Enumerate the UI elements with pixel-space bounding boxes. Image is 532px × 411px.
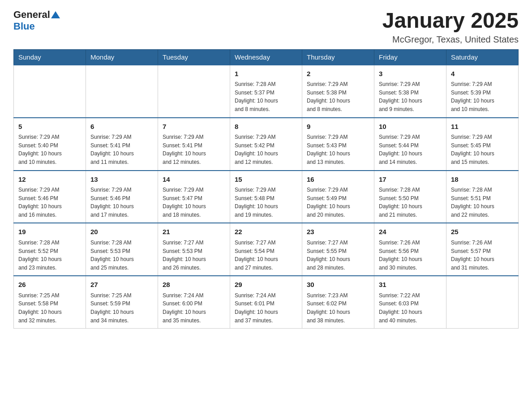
day-number: 15 <box>235 175 297 185</box>
calendar-cell: 12Sunrise: 7:29 AMSunset: 5:46 PMDayligh… <box>14 171 86 223</box>
calendar-cell: 4Sunrise: 7:29 AMSunset: 5:39 PMDaylight… <box>446 65 519 118</box>
day-number: 25 <box>451 227 514 237</box>
calendar-cell: 10Sunrise: 7:29 AMSunset: 5:44 PMDayligh… <box>374 118 446 171</box>
logo-general: General <box>13 9 50 21</box>
day-info: Sunrise: 7:29 AMSunset: 5:39 PMDaylight:… <box>451 80 514 113</box>
title-section: January 2025 McGregor, Texas, United Sta… <box>382 9 519 45</box>
day-info: Sunrise: 7:28 AMSunset: 5:52 PMDaylight:… <box>18 239 81 272</box>
day-info: Sunrise: 7:29 AMSunset: 5:38 PMDaylight:… <box>379 80 442 113</box>
day-number: 10 <box>379 122 442 132</box>
calendar-cell: 17Sunrise: 7:28 AMSunset: 5:50 PMDayligh… <box>374 171 446 223</box>
svg-marker-0 <box>51 11 60 18</box>
calendar-cell: 13Sunrise: 7:29 AMSunset: 5:46 PMDayligh… <box>86 171 158 223</box>
calendar-cell: 16Sunrise: 7:29 AMSunset: 5:49 PMDayligh… <box>302 171 374 223</box>
day-info: Sunrise: 7:29 AMSunset: 5:44 PMDaylight:… <box>379 133 442 166</box>
calendar-cell: 15Sunrise: 7:29 AMSunset: 5:48 PMDayligh… <box>230 171 302 223</box>
day-number: 6 <box>90 122 153 132</box>
weekday-header-friday: Friday <box>374 49 446 65</box>
day-info: Sunrise: 7:29 AMSunset: 5:46 PMDaylight:… <box>18 186 81 219</box>
calendar-cell: 29Sunrise: 7:24 AMSunset: 6:01 PMDayligh… <box>230 276 302 328</box>
calendar-cell: 3Sunrise: 7:29 AMSunset: 5:38 PMDaylight… <box>374 65 446 118</box>
calendar-cell <box>86 65 158 118</box>
weekday-header-sunday: Sunday <box>14 49 86 65</box>
day-number: 22 <box>235 227 297 237</box>
day-number: 16 <box>307 175 369 185</box>
day-number: 18 <box>451 175 514 185</box>
calendar-cell: 11Sunrise: 7:29 AMSunset: 5:45 PMDayligh… <box>446 118 519 171</box>
day-info: Sunrise: 7:29 AMSunset: 5:38 PMDaylight:… <box>307 80 369 113</box>
calendar-cell <box>158 65 230 118</box>
day-info: Sunrise: 7:25 AMSunset: 5:59 PMDaylight:… <box>90 291 153 325</box>
week-row-4: 19Sunrise: 7:28 AMSunset: 5:52 PMDayligh… <box>14 223 519 276</box>
weekday-header-tuesday: Tuesday <box>158 49 230 65</box>
calendar-cell: 24Sunrise: 7:26 AMSunset: 5:56 PMDayligh… <box>374 223 446 276</box>
day-number: 29 <box>235 280 297 290</box>
calendar-cell: 8Sunrise: 7:29 AMSunset: 5:42 PMDaylight… <box>230 118 302 171</box>
day-number: 11 <box>451 122 514 132</box>
calendar-cell <box>14 65 86 118</box>
calendar-cell: 7Sunrise: 7:29 AMSunset: 5:41 PMDaylight… <box>158 118 230 171</box>
day-info: Sunrise: 7:29 AMSunset: 5:46 PMDaylight:… <box>90 186 153 219</box>
day-number: 14 <box>163 175 225 185</box>
week-row-2: 5Sunrise: 7:29 AMSunset: 5:40 PMDaylight… <box>14 118 519 171</box>
day-number: 2 <box>307 69 369 79</box>
calendar-cell: 26Sunrise: 7:25 AMSunset: 5:58 PMDayligh… <box>14 276 86 328</box>
week-row-3: 12Sunrise: 7:29 AMSunset: 5:46 PMDayligh… <box>14 171 519 223</box>
day-info: Sunrise: 7:28 AMSunset: 5:53 PMDaylight:… <box>90 239 153 272</box>
day-number: 28 <box>163 280 225 290</box>
logo-triangle-icon <box>51 11 60 18</box>
week-row-5: 26Sunrise: 7:25 AMSunset: 5:58 PMDayligh… <box>14 276 519 328</box>
day-info: Sunrise: 7:23 AMSunset: 6:02 PMDaylight:… <box>307 291 369 325</box>
calendar-cell: 1Sunrise: 7:28 AMSunset: 5:37 PMDaylight… <box>230 65 302 118</box>
calendar-cell: 2Sunrise: 7:29 AMSunset: 5:38 PMDaylight… <box>302 65 374 118</box>
calendar-cell: 6Sunrise: 7:29 AMSunset: 5:41 PMDaylight… <box>86 118 158 171</box>
day-info: Sunrise: 7:26 AMSunset: 5:56 PMDaylight:… <box>379 239 442 272</box>
day-info: Sunrise: 7:29 AMSunset: 5:45 PMDaylight:… <box>451 133 514 166</box>
day-info: Sunrise: 7:24 AMSunset: 6:01 PMDaylight:… <box>235 291 297 325</box>
day-info: Sunrise: 7:27 AMSunset: 5:53 PMDaylight:… <box>163 239 225 272</box>
week-row-1: 1Sunrise: 7:28 AMSunset: 5:37 PMDaylight… <box>14 65 519 118</box>
calendar-cell: 31Sunrise: 7:22 AMSunset: 6:03 PMDayligh… <box>374 276 446 328</box>
day-number: 12 <box>18 175 81 185</box>
day-info: Sunrise: 7:29 AMSunset: 5:48 PMDaylight:… <box>235 186 297 219</box>
calendar-cell: 5Sunrise: 7:29 AMSunset: 5:40 PMDaylight… <box>14 118 86 171</box>
calendar-cell: 19Sunrise: 7:28 AMSunset: 5:52 PMDayligh… <box>14 223 86 276</box>
calendar-cell: 18Sunrise: 7:28 AMSunset: 5:51 PMDayligh… <box>446 171 519 223</box>
day-number: 17 <box>379 175 442 185</box>
calendar-cell: 27Sunrise: 7:25 AMSunset: 5:59 PMDayligh… <box>86 276 158 328</box>
day-number: 5 <box>18 122 81 132</box>
day-number: 19 <box>18 227 81 237</box>
day-info: Sunrise: 7:29 AMSunset: 5:40 PMDaylight:… <box>18 133 81 166</box>
day-number: 8 <box>235 122 297 132</box>
logo-blue: Blue <box>13 21 35 32</box>
day-number: 7 <box>163 122 225 132</box>
calendar-cell: 30Sunrise: 7:23 AMSunset: 6:02 PMDayligh… <box>302 276 374 328</box>
day-number: 24 <box>379 227 442 237</box>
day-info: Sunrise: 7:29 AMSunset: 5:43 PMDaylight:… <box>307 133 369 166</box>
calendar-cell: 25Sunrise: 7:26 AMSunset: 5:57 PMDayligh… <box>446 223 519 276</box>
day-info: Sunrise: 7:24 AMSunset: 6:00 PMDaylight:… <box>163 291 225 325</box>
calendar-cell: 28Sunrise: 7:24 AMSunset: 6:00 PMDayligh… <box>158 276 230 328</box>
day-number: 23 <box>307 227 369 237</box>
weekday-header-wednesday: Wednesday <box>230 49 302 65</box>
calendar-cell: 23Sunrise: 7:27 AMSunset: 5:55 PMDayligh… <box>302 223 374 276</box>
calendar-cell: 14Sunrise: 7:29 AMSunset: 5:47 PMDayligh… <box>158 171 230 223</box>
day-info: Sunrise: 7:25 AMSunset: 5:58 PMDaylight:… <box>18 291 81 325</box>
day-number: 9 <box>307 122 369 132</box>
day-info: Sunrise: 7:29 AMSunset: 5:42 PMDaylight:… <box>235 133 297 166</box>
calendar-cell <box>446 276 519 328</box>
day-info: Sunrise: 7:27 AMSunset: 5:55 PMDaylight:… <box>307 239 369 272</box>
calendar-cell: 9Sunrise: 7:29 AMSunset: 5:43 PMDaylight… <box>302 118 374 171</box>
calendar-title: January 2025 <box>382 9 519 33</box>
day-info: Sunrise: 7:29 AMSunset: 5:41 PMDaylight:… <box>90 133 153 166</box>
day-number: 30 <box>307 280 369 290</box>
day-number: 27 <box>90 280 153 290</box>
day-info: Sunrise: 7:29 AMSunset: 5:41 PMDaylight:… <box>163 133 225 166</box>
day-number: 21 <box>163 227 225 237</box>
day-info: Sunrise: 7:26 AMSunset: 5:57 PMDaylight:… <box>451 239 514 272</box>
day-info: Sunrise: 7:28 AMSunset: 5:50 PMDaylight:… <box>379 186 442 219</box>
page-header: General Blue January 2025 McGregor, Texa… <box>13 9 519 45</box>
day-number: 1 <box>235 69 297 79</box>
day-number: 26 <box>18 280 81 290</box>
day-number: 3 <box>379 69 442 79</box>
